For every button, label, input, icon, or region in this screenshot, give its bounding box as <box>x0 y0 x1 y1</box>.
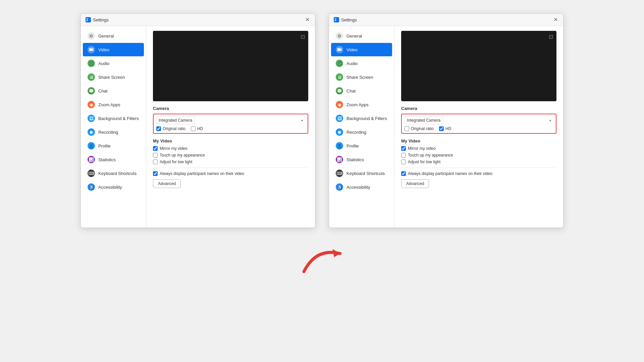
participant-names-input-left[interactable] <box>153 171 158 176</box>
sidebar-item-profile-left[interactable]: 👤 Profile <box>83 139 144 153</box>
camera-select-wrapper-left: Integrated Camera ▾ <box>156 116 305 124</box>
sidebar-label-background-right: Background & Filters <box>346 116 387 121</box>
sidebar-item-video-left[interactable]: Video <box>83 43 144 56</box>
svg-marker-8 <box>333 249 340 257</box>
hd-input-left[interactable] <box>191 126 196 131</box>
hd-checkbox-right[interactable]: HD <box>439 126 451 131</box>
sidebar-label-recording-right: Recording <box>346 130 366 135</box>
sidebar-item-keyboard-right[interactable]: ⌨ Keyboard Shortcuts <box>331 167 392 180</box>
sidebar-label-recording-left: Recording <box>98 130 118 135</box>
chat-icon-right: 💬 <box>336 87 343 95</box>
low-light-checkbox-right[interactable]: Adjust for low light <box>401 160 556 164</box>
svg-text:Z: Z <box>334 18 336 22</box>
zoom-apps-icon-right: ◉ <box>336 101 343 108</box>
sidebar-item-chat-left[interactable]: 💬 Chat <box>83 84 144 98</box>
sidebar-item-chat-right[interactable]: 💬 Chat <box>331 84 392 98</box>
mirror-checkbox-right[interactable]: Mirror my video <box>401 146 556 151</box>
video-preview-left: ⊡ <box>153 31 308 101</box>
mirror-input-left[interactable] <box>153 146 158 151</box>
sidebar-item-accessibility-left[interactable]: ♿ Accessibility <box>83 180 144 194</box>
content-right: ⊡ Camera Integrated Camera ▾ <box>394 26 563 228</box>
touchup-input-right[interactable] <box>401 153 406 158</box>
zoom-apps-icon-left: ◉ <box>88 101 95 108</box>
camera-box-right: Integrated Camera ▾ Original ratio HD <box>401 114 556 134</box>
sidebar-item-accessibility-right[interactable]: ♿ Accessibility <box>331 180 392 194</box>
touchup-checkbox-right[interactable]: Touch up my appearance <box>401 153 556 158</box>
sidebar-item-background-right[interactable]: 🖼 Background & Filters <box>331 112 392 125</box>
mirror-checkbox-left[interactable]: Mirror my video <box>153 146 308 151</box>
original-ratio-input-right[interactable] <box>405 126 409 131</box>
original-ratio-label-right: Original ratio <box>411 126 434 131</box>
sidebar-item-background-left[interactable]: 🖼 Background & Filters <box>83 112 144 125</box>
general-icon-right: ⚙ <box>336 32 343 40</box>
low-light-input-left[interactable] <box>153 160 158 164</box>
hd-checkbox-left[interactable]: HD <box>191 126 203 131</box>
sidebar-label-general-left: General <box>98 34 114 39</box>
svg-text:Z: Z <box>86 18 88 22</box>
sidebar-label-accessibility-left: Accessibility <box>98 185 122 190</box>
window-body-right: ⚙ General Video 🎵 Audio <box>329 26 563 228</box>
video-icon-right <box>336 46 343 53</box>
sidebar-label-zoom-apps-right: Zoom Apps <box>346 102 369 107</box>
participant-names-checkbox-right[interactable]: Always display participant names on thei… <box>401 171 556 176</box>
keyboard-icon-right: ⌨ <box>336 170 343 177</box>
sidebar-item-statistics-right[interactable]: 📊 Statistics <box>331 153 392 166</box>
window-title-left: Settings <box>93 17 305 22</box>
touchup-checkbox-left[interactable]: Touch up my appearance <box>153 153 308 158</box>
sidebar-item-keyboard-left[interactable]: ⌨ Keyboard Shortcuts <box>83 167 144 180</box>
sidebar-label-general-right: General <box>346 34 362 39</box>
original-ratio-checkbox-right[interactable]: Original ratio <box>405 126 434 131</box>
low-light-checkbox-left[interactable]: Adjust for low light <box>153 160 308 164</box>
sidebar-item-statistics-left[interactable]: 📊 Statistics <box>83 153 144 166</box>
original-ratio-checkbox-left[interactable]: Original ratio <box>156 126 185 131</box>
audio-icon-right: 🎵 <box>336 60 343 67</box>
sidebar-label-chat-right: Chat <box>346 88 356 94</box>
sidebar-label-profile-left: Profile <box>98 143 111 148</box>
share-icon-left: 🖥 <box>88 73 95 81</box>
sidebar-item-video-right[interactable]: Video <box>331 43 392 56</box>
keyboard-icon-left: ⌨ <box>88 170 95 177</box>
sidebar-item-share-right[interactable]: 🖥 Share Screen <box>331 70 392 84</box>
settings-window-right: Z Settings ✕ ⚙ General <box>329 13 564 228</box>
svg-rect-6 <box>337 48 340 51</box>
camera-select-left[interactable]: Integrated Camera <box>156 116 195 124</box>
participant-names-checkbox-left[interactable]: Always display participant names on thei… <box>153 171 308 176</box>
sidebar-label-zoom-apps-left: Zoom Apps <box>98 102 120 107</box>
share-icon-right: 🖥 <box>336 73 343 81</box>
content-left: ⊡ Camera Integrated Camera ▾ <box>146 26 315 228</box>
advanced-button-left[interactable]: Advanced <box>153 179 181 188</box>
sidebar-item-share-left[interactable]: 🖥 Share Screen <box>83 70 144 84</box>
sidebar-item-profile-right[interactable]: 👤 Profile <box>331 139 392 153</box>
sidebar-item-recording-right[interactable]: ⏺ Recording <box>331 125 392 139</box>
svg-marker-3 <box>92 48 93 51</box>
touchup-input-left[interactable] <box>153 153 158 158</box>
sidebar-item-audio-left[interactable]: 🎵 Audio <box>83 57 144 70</box>
low-light-input-right[interactable] <box>401 160 406 164</box>
preview-expand-icon-left: ⊡ <box>301 34 305 40</box>
sidebar-item-recording-left[interactable]: ⏺ Recording <box>83 125 144 139</box>
audio-icon-left: 🎵 <box>88 60 95 67</box>
advanced-button-right[interactable]: Advanced <box>401 179 429 188</box>
sidebar-item-audio-right[interactable]: 🎵 Audio <box>331 57 392 70</box>
camera-select-right[interactable]: Integrated Camera <box>405 116 443 124</box>
window-title-right: Settings <box>341 17 553 22</box>
participant-names-input-right[interactable] <box>401 171 406 176</box>
mirror-input-right[interactable] <box>401 146 406 151</box>
close-button-left[interactable]: ✕ <box>305 17 310 22</box>
original-ratio-label-left: Original ratio <box>163 126 185 131</box>
window-body-left: ⚙ General Video 🎵 Audio <box>81 26 315 228</box>
svg-rect-2 <box>89 48 92 51</box>
sidebar-item-zoom-apps-right[interactable]: ◉ Zoom Apps <box>331 98 392 111</box>
close-button-right[interactable]: ✕ <box>553 17 558 22</box>
my-video-title-left: My Video <box>153 138 308 143</box>
hd-input-right[interactable] <box>439 126 444 131</box>
sidebar-label-video-right: Video <box>346 47 358 52</box>
svg-marker-7 <box>340 48 341 51</box>
original-ratio-input-left[interactable] <box>156 126 161 131</box>
camera-options-row-left: Original ratio HD <box>156 126 305 131</box>
sidebar-item-zoom-apps-left[interactable]: ◉ Zoom Apps <box>83 98 144 111</box>
sidebar-item-general-right[interactable]: ⚙ General <box>331 29 392 43</box>
sidebar-item-general-left[interactable]: ⚙ General <box>83 29 144 43</box>
camera-box-left: Integrated Camera ▾ Original ratio HD <box>153 114 308 134</box>
camera-section-title-left: Camera <box>153 106 308 111</box>
